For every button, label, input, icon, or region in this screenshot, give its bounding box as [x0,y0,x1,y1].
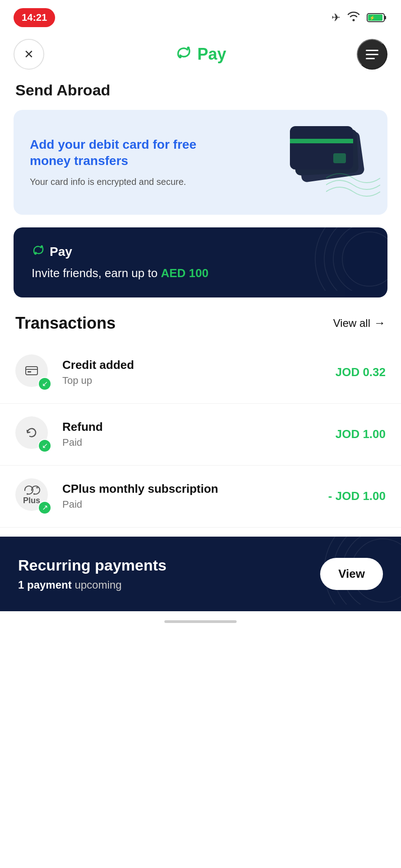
svg-point-11 [41,245,43,248]
incoming-badge: ↙ [38,377,51,391]
logo-text: Pay [197,45,226,64]
transaction-item[interactable]: + Plus ↗ CPlus monthly subscription Paid… [0,466,401,528]
wifi-icon [347,11,360,24]
transaction-sub: Paid [62,437,325,448]
svg-text:+: + [36,485,38,490]
transaction-amount: JOD 1.00 [336,427,386,441]
transaction-item[interactable]: ↙ Refund Paid JOD 1.00 [0,404,401,466]
transaction-name: Refund [62,420,325,434]
card-front [290,126,353,170]
outgoing-badge: ↗ [38,501,51,514]
debit-banner-title: Add your debit card for free money trans… [30,137,218,170]
close-button[interactable]: ✕ [14,39,44,70]
promo-banner[interactable]: Pay Invite friends, earn up to AED 100 [14,227,387,297]
transaction-name: Credit added [62,358,325,372]
airplane-icon: ✈ [331,11,340,24]
header: ✕ Pay [0,32,401,77]
promo-logo-icon [32,244,46,259]
transaction-sub: Paid [62,499,317,510]
svg-point-18 [351,539,401,602]
transaction-item[interactable]: ↙ Credit added Top up JOD 0.32 [0,342,401,404]
time-display: 14:21 [14,8,55,27]
transaction-icon-wrapper: ↙ [15,416,51,453]
svg-point-21 [324,537,401,604]
transaction-amount: - JOD 1.00 [328,489,386,503]
svg-point-5 [187,47,190,49]
transaction-info: CPlus monthly subscription Paid [62,482,317,510]
status-bar: 14:21 ✈ ⚡ [0,0,401,32]
close-icon: ✕ [24,47,34,61]
svg-rect-1 [384,16,386,19]
battery-icon: ⚡ [367,12,387,23]
transaction-amount: JOD 0.32 [336,365,386,379]
transaction-icon-wrapper: + Plus ↗ [15,478,51,514]
home-indicator [164,620,237,623]
svg-point-6 [342,232,387,286]
transaction-icon-wrapper: ↙ [15,354,51,391]
debit-banner-text: Add your debit card for free money trans… [30,137,218,189]
status-icons: ✈ ⚡ [331,11,387,24]
svg-rect-14 [28,371,31,373]
debit-banner-subtitle: Your card info is encrypted and secure. [30,175,218,188]
recurring-sub-text: upcoming [72,579,122,591]
svg-point-8 [324,227,387,291]
svg-point-9 [315,227,387,291]
transaction-info: Refund Paid [62,420,325,448]
debit-card-banner[interactable]: Add your debit card for free money trans… [14,110,387,215]
svg-point-20 [333,537,401,604]
transactions-title: Transactions [15,314,116,333]
svg-text:⚡: ⚡ [369,15,375,21]
promo-logo-text: Pay [50,245,72,259]
transaction-info: Credit added Top up [62,358,325,387]
svg-rect-12 [26,367,37,375]
arrow-right-icon: → [374,316,386,330]
logo: Pay [175,44,226,64]
svg-point-7 [333,227,387,291]
svg-point-16 [33,493,35,495]
menu-button[interactable] [357,39,387,70]
promo-amount: AED 100 [161,266,209,280]
incoming-badge: ↙ [38,439,51,453]
transaction-name: CPlus monthly subscription [62,482,317,496]
hamburger-icon [366,50,378,59]
view-all-button[interactable]: View all → [333,316,386,330]
page-title: Send Abroad [0,77,401,110]
logo-icon [175,44,194,64]
payment-count: 1 payment [18,579,72,591]
recurring-payments-banner[interactable]: Recurring payments 1 payment upcoming Vi… [0,537,401,611]
bottom-indicator [0,611,401,630]
debit-card-illustration [290,126,371,198]
svg-point-15 [27,493,28,495]
transactions-header: Transactions View all → [0,297,401,342]
transaction-sub: Top up [62,375,325,387]
